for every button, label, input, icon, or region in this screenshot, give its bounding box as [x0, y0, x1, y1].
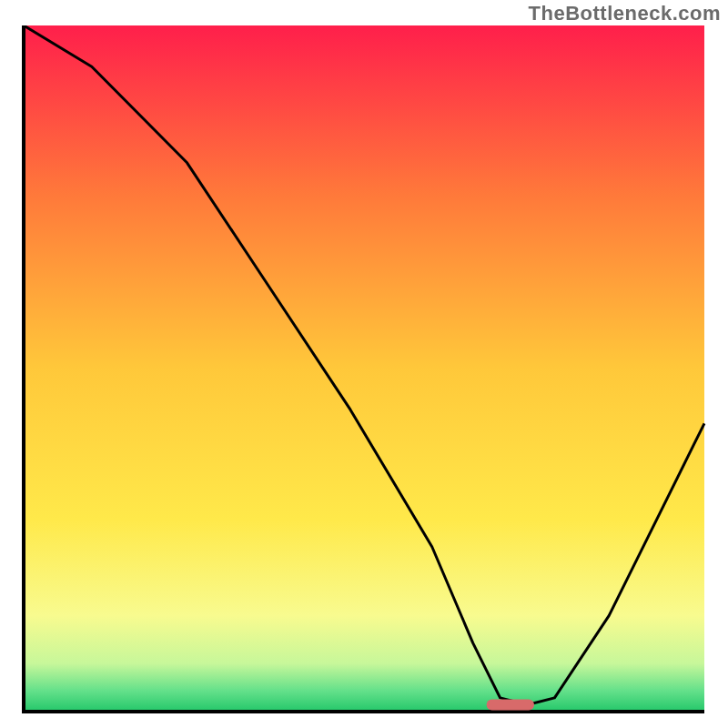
optimal-range-marker	[487, 699, 534, 710]
gradient-background	[24, 25, 704, 712]
bottleneck-plot	[18, 25, 710, 717]
watermark-label: TheBottleneck.com	[529, 2, 721, 25]
chart-container: TheBottleneck.com	[0, 0, 728, 728]
chart-svg	[18, 25, 710, 717]
